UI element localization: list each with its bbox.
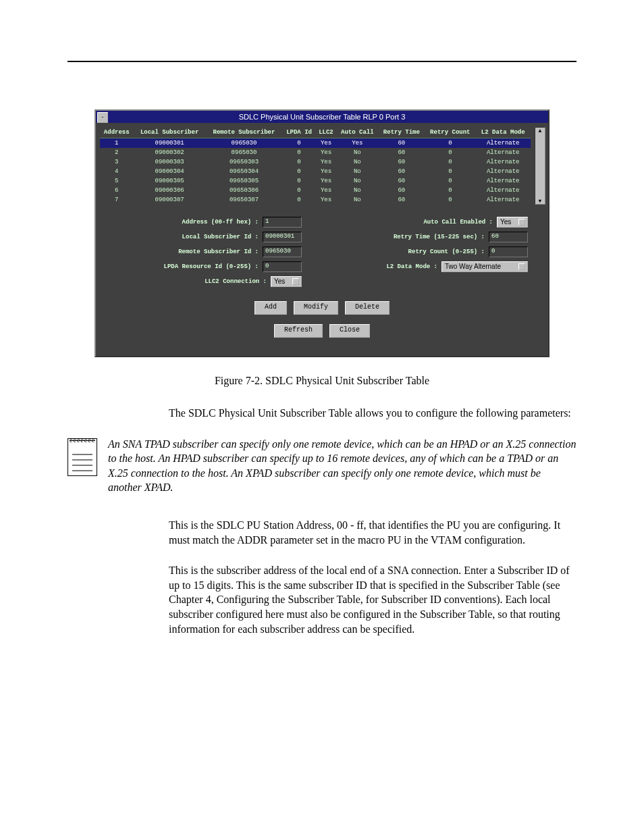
cell-llc2: Yes — [316, 157, 336, 167]
cell-rcount: 0 — [425, 195, 475, 205]
cell-rcount: 0 — [425, 167, 475, 176]
scroll-up-icon[interactable]: ▲ — [535, 128, 545, 134]
cell-remote: 09650307 — [206, 195, 283, 205]
address-input[interactable]: 1 — [263, 217, 302, 228]
cell-rtime: 60 — [379, 138, 425, 149]
cell-mode: Alternate — [475, 148, 531, 157]
cell-addr: 1 — [100, 138, 134, 149]
cell-addr: 6 — [100, 186, 134, 195]
table-row[interactable]: 10900030109650300YesYes600Alternate — [100, 138, 531, 149]
col-remote: Remote Subscriber — [206, 127, 283, 138]
cell-lpda: 0 — [282, 157, 316, 167]
lpda-input[interactable]: 0 — [263, 261, 302, 272]
cell-rcount: 0 — [425, 138, 475, 149]
cell-rcount: 0 — [425, 186, 475, 195]
col-autocall: Auto Call — [336, 127, 378, 138]
table-row[interactable]: 609000306096503060YesNo600Alternate — [100, 186, 531, 195]
col-retrytime: Retry Time — [379, 127, 425, 138]
col-l2datamode: L2 Data Mode — [475, 127, 531, 138]
retrytime-input[interactable]: 60 — [489, 232, 528, 242]
cell-lpda: 0 — [282, 186, 316, 195]
col-lpda: LPDA Id — [282, 127, 316, 138]
cell-remote: 09650303 — [206, 157, 283, 167]
cell-llc2: Yes — [316, 186, 336, 195]
paragraph-station-address: This is the SDLC PU Station Address, 00 … — [169, 518, 576, 547]
l2mode-label: L2 Data Mode : — [386, 263, 437, 270]
cell-llc2: Yes — [316, 195, 336, 205]
cell-addr: 3 — [100, 157, 134, 167]
cell-rtime: 60 — [379, 157, 425, 167]
col-retrycount: Retry Count — [425, 127, 475, 138]
cell-local: 09000306 — [134, 186, 206, 195]
delete-button[interactable]: Delete — [345, 301, 390, 315]
table-row[interactable]: 20900030209650300YesNo600Alternate — [100, 148, 531, 157]
cell-rtime: 60 — [379, 186, 425, 195]
figure-caption: Figure 7-2. SDLC Physical Unit Subscribe… — [68, 375, 576, 387]
cell-lpda: 0 — [282, 195, 316, 205]
window-titlebar: - SDLC Physical Unit Subscriber Table RL… — [96, 111, 548, 123]
table-row[interactable]: 709000307096503070YesNo600Alternate — [100, 195, 531, 205]
cell-lpda: 0 — [282, 138, 316, 149]
app-window: - SDLC Physical Unit Subscriber Table RL… — [95, 109, 549, 357]
llc2-label: LLC2 Connection : — [205, 278, 267, 285]
add-button[interactable]: Add — [254, 301, 287, 315]
table-row[interactable]: 509000305096503050YesNo600Alternate — [100, 176, 531, 186]
col-address: Address — [100, 127, 134, 138]
autocall-dropdown[interactable]: Yes — [497, 217, 528, 228]
cell-addr: 2 — [100, 148, 134, 157]
modify-button[interactable]: Modify — [294, 301, 338, 315]
llc2-dropdown[interactable]: Yes — [271, 276, 302, 287]
cell-auto: Yes — [336, 138, 378, 149]
cell-mode: Alternate — [475, 167, 531, 176]
cell-rcount: 0 — [425, 157, 475, 167]
retrytime-label: Retry Time (15-225 sec) : — [394, 234, 485, 240]
remote-sub-input[interactable]: 0965030 — [263, 246, 302, 257]
cell-local: 09000307 — [134, 195, 206, 205]
cell-mode: Alternate — [475, 138, 531, 149]
cell-remote: 09650305 — [206, 176, 283, 186]
retrycount-label: Retry Count (0-255) : — [408, 249, 485, 255]
cell-rcount: 0 — [425, 148, 475, 157]
cell-lpda: 0 — [282, 167, 316, 176]
table-row[interactable]: 409000304096503040YesNo600Alternate — [100, 167, 531, 176]
cell-local: 09000301 — [134, 138, 206, 149]
cell-addr: 7 — [100, 195, 134, 205]
cell-mode: Alternate — [475, 157, 531, 167]
subscriber-table: Address Local Subscriber Remote Subscrib… — [100, 127, 531, 205]
cell-local: 09000305 — [134, 176, 206, 186]
cell-auto: No — [336, 186, 378, 195]
close-button[interactable]: Close — [329, 324, 370, 338]
cell-llc2: Yes — [316, 148, 336, 157]
cell-remote: 0965030 — [206, 138, 283, 149]
cell-mode: Alternate — [475, 195, 531, 205]
intro-paragraph: The SDLC Physical Unit Subscriber Table … — [169, 406, 576, 421]
cell-lpda: 0 — [282, 148, 316, 157]
window-title: SDLC Physical Unit Subscriber Table RLP … — [239, 113, 406, 121]
cell-auto: No — [336, 176, 378, 186]
cell-addr: 5 — [100, 176, 134, 186]
system-menu-icon[interactable]: - — [97, 112, 108, 123]
col-local: Local Subscriber — [134, 127, 206, 138]
cell-llc2: Yes — [316, 138, 336, 149]
cell-remote: 0965030 — [206, 148, 283, 157]
cell-local: 09000304 — [134, 167, 206, 176]
cell-mode: Alternate — [475, 186, 531, 195]
local-sub-label: Local Subscriber Id : — [182, 234, 259, 240]
cell-auto: No — [336, 157, 378, 167]
cell-rcount: 0 — [425, 176, 475, 186]
paragraph-local-subscriber: This is the subscriber address of the lo… — [169, 563, 576, 636]
l2mode-dropdown[interactable]: Two Way Alternate — [441, 261, 528, 272]
cell-auto: No — [336, 167, 378, 176]
note-icon: eeeeeee — [68, 438, 96, 495]
cell-remote: 09650306 — [206, 186, 283, 195]
cell-auto: No — [336, 148, 378, 157]
table-row[interactable]: 309000303096503030YesNo600Alternate — [100, 157, 531, 167]
lpda-label: LPDA Resource Id (0-255) : — [164, 263, 259, 270]
refresh-button[interactable]: Refresh — [274, 324, 323, 338]
cell-rtime: 60 — [379, 176, 425, 186]
cell-rtime: 60 — [379, 195, 425, 205]
scroll-down-icon[interactable]: ▼ — [535, 198, 545, 204]
local-sub-input[interactable]: 09000301 — [263, 232, 302, 242]
vertical-scrollbar[interactable]: ▲ ▼ — [535, 127, 545, 205]
retrycount-input[interactable]: 0 — [489, 246, 528, 257]
